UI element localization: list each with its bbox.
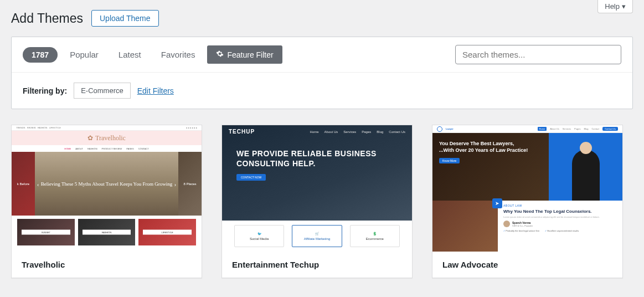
theme-thumbnail: Lawyer Home About UsServicesPagesBlogCon… xyxy=(432,125,622,252)
active-filters-row: Filtering by: E-Commerce Edit Filters xyxy=(12,72,632,109)
filter-panel: 1787 Popular Latest Favorites Feature Fi… xyxy=(11,37,633,109)
search-themes-input[interactable] xyxy=(455,45,621,64)
upload-theme-button[interactable]: Upload Theme xyxy=(91,10,159,27)
help-label: Help xyxy=(605,2,620,11)
gear-icon xyxy=(216,50,224,59)
theme-card-techup[interactable]: TECHUP HomeAbout UsServicesPagesBlogCont… xyxy=(221,125,413,278)
help-tab[interactable]: Help ▾ xyxy=(597,0,633,13)
tab-favorites[interactable]: Favorites xyxy=(153,47,203,63)
page-title: Add Themes xyxy=(11,11,83,26)
feature-filter-button[interactable]: Feature Filter xyxy=(207,45,282,64)
thumb-brand: ✿Travelholic xyxy=(12,131,202,145)
theme-thumbnail: TECHUP HomeAbout UsServicesPagesBlogCont… xyxy=(222,125,412,252)
feature-filter-label: Feature Filter xyxy=(227,50,273,59)
filtering-by-label: Filtering by: xyxy=(23,86,67,95)
chevron-down-icon: ▾ xyxy=(622,2,626,11)
theme-name: Travelholic xyxy=(12,252,202,278)
filter-tag-ecommerce[interactable]: E-Commerce xyxy=(74,83,131,99)
edit-filters-link[interactable]: Edit Filters xyxy=(137,86,174,95)
theme-count-pill: 1787 xyxy=(23,47,58,63)
themes-grid: TRENDS REVIEW FASHION LIFESTYLE● ● ● ● ●… xyxy=(0,109,644,294)
page-header: Add Themes Upload Theme xyxy=(0,0,644,37)
theme-card-law-advocate[interactable]: Lawyer Home About UsServicesPagesBlogCon… xyxy=(432,125,623,278)
tab-popular[interactable]: Popular xyxy=(62,47,106,63)
theme-name: Entertainment Techup xyxy=(222,252,412,278)
filter-tabs-row: 1787 Popular Latest Favorites Feature Fi… xyxy=(12,37,632,72)
theme-thumbnail: TRENDS REVIEW FASHION LIFESTYLE● ● ● ● ●… xyxy=(12,125,202,252)
theme-name: Law Advocate xyxy=(432,252,622,278)
theme-card-travelholic[interactable]: TRENDS REVIEW FASHION LIFESTYLE● ● ● ● ●… xyxy=(11,125,202,278)
tab-latest[interactable]: Latest xyxy=(111,47,149,63)
